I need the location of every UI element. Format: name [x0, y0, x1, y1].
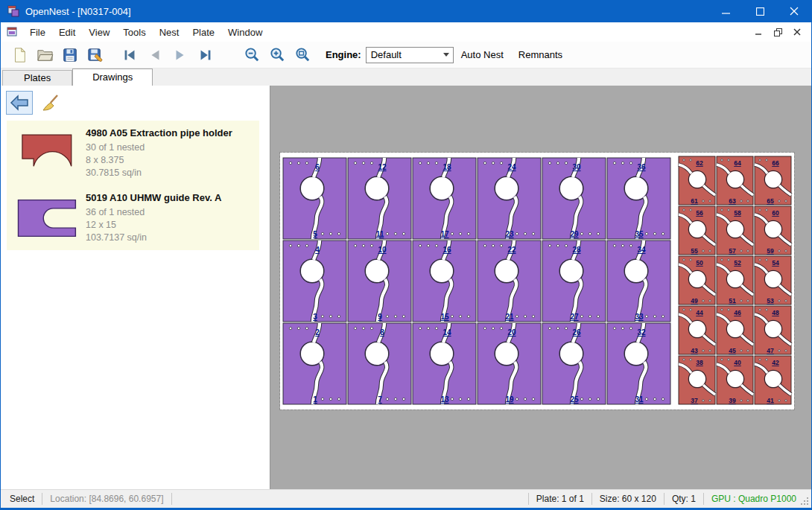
open-folder-icon [37, 46, 54, 63]
mdi-restore-button[interactable] [768, 25, 787, 39]
menu-window[interactable]: Window [221, 24, 269, 41]
nested-part-pair[interactable]: 4645 [717, 306, 753, 354]
clean-button[interactable] [37, 91, 64, 115]
save-button[interactable] [57, 44, 83, 66]
document-icon[interactable] [7, 26, 19, 38]
nested-part-pair[interactable]: 2625 [542, 323, 606, 404]
nested-part-pair[interactable]: 3433 [607, 240, 670, 322]
nested-part-pair[interactable]: 2221 [478, 240, 541, 322]
window-maximize-button[interactable] [743, 0, 777, 22]
svg-text:64: 64 [734, 159, 741, 167]
svg-text:47: 47 [767, 347, 774, 354]
panel-tab-strip: Plates Drawings [1, 68, 811, 86]
nested-parts-layout[interactable]: 6512111817242330293635431091615222128273… [281, 153, 793, 409]
mdi-minimize-button[interactable] [749, 25, 768, 39]
nested-part-pair[interactable]: 6665 [755, 156, 791, 205]
tab-plates[interactable]: Plates [2, 70, 72, 86]
open-button[interactable] [32, 44, 57, 66]
svg-text:45: 45 [729, 347, 736, 354]
back-button[interactable] [6, 91, 33, 115]
nested-part-pair[interactable]: 1615 [413, 240, 476, 322]
zoom-fit-button[interactable] [290, 44, 315, 66]
nested-part-pair[interactable]: 43 [283, 240, 346, 322]
nested-part-pair[interactable]: 5049 [679, 256, 715, 305]
next-arrow-icon [172, 47, 188, 63]
next-plate-button[interactable] [168, 44, 193, 66]
menu-edit[interactable]: Edit [52, 24, 82, 41]
window-close-button[interactable] [777, 0, 811, 22]
svg-text:2: 2 [315, 328, 320, 337]
nested-part-pair[interactable]: 3635 [607, 158, 670, 239]
drawing-item-1[interactable]: 4980 A05 Extraction pipe holder 30 of 1 … [7, 121, 259, 185]
mdi-close-button[interactable] [787, 25, 807, 39]
window-minimize-button[interactable] [708, 0, 743, 22]
first-plate-button[interactable] [117, 44, 142, 66]
nested-part-pair[interactable]: 1817 [413, 158, 476, 239]
zoom-in-button[interactable] [264, 44, 290, 66]
nested-part-pair[interactable]: 2827 [542, 240, 606, 322]
plate-sheet[interactable]: 6512111817242330293635431091615222128273… [280, 153, 794, 409]
nested-part-pair[interactable]: 3837 [679, 356, 715, 404]
nested-part-pair[interactable]: 6463 [717, 156, 753, 205]
svg-text:34: 34 [637, 246, 646, 254]
part-thumbnail-red [10, 125, 83, 179]
new-button[interactable] [7, 44, 32, 66]
svg-text:19: 19 [505, 395, 514, 404]
previous-plate-button[interactable] [142, 44, 168, 66]
auto-nest-button[interactable]: Auto Nest [454, 49, 511, 60]
drawings-list: 4980 A05 Extraction pipe holder 30 of 1 … [7, 121, 259, 250]
drawing-title: 5019 A10 UHMW guide Rev. A [86, 190, 221, 206]
nested-part-pair[interactable]: 6059 [755, 206, 791, 255]
svg-text:5: 5 [313, 230, 317, 238]
zoom-out-button[interactable] [239, 44, 264, 66]
nested-part-pair[interactable]: 87 [348, 323, 411, 404]
previous-arrow-icon [147, 47, 163, 63]
status-separator [528, 493, 529, 505]
status-location: Location: [84.8696, 60.6957] [47, 494, 166, 504]
broom-icon [42, 94, 60, 112]
svg-text:15: 15 [440, 313, 449, 321]
nested-part-pair[interactable]: 2019 [478, 323, 541, 404]
svg-text:57: 57 [729, 247, 736, 255]
remnants-button[interactable]: Remnants [511, 49, 570, 60]
svg-text:17: 17 [440, 230, 449, 238]
svg-text:26: 26 [572, 328, 581, 337]
svg-text:36: 36 [637, 163, 646, 171]
nest-canvas[interactable]: 6512111817242330293635431091615222128273… [270, 86, 811, 489]
nested-part-pair[interactable]: 3231 [607, 323, 670, 404]
save-as-button[interactable] [83, 44, 108, 66]
drawing-item-2[interactable]: 5019 A10 UHMW guide Rev. A 36 of 1 neste… [7, 185, 259, 250]
zoom-out-icon [244, 46, 261, 63]
status-gpu: GPU : Quadro P1000 [708, 494, 799, 504]
title-bar[interactable]: OpenNest - [N0317-004] [1, 0, 811, 22]
last-plate-button[interactable] [193, 44, 218, 66]
menu-file[interactable]: File [23, 24, 52, 41]
nested-part-pair[interactable]: 21 [283, 323, 346, 404]
nested-part-pair[interactable]: 4847 [755, 306, 791, 354]
nested-part-pair[interactable]: 109 [348, 240, 411, 322]
nested-part-pair[interactable]: 4443 [679, 306, 715, 354]
main-toolbar: Engine: Default Auto Nest Remnants [1, 42, 811, 68]
nested-part-pair[interactable]: 1211 [348, 158, 411, 239]
svg-text:51: 51 [729, 297, 736, 305]
menu-plate[interactable]: Plate [185, 24, 221, 41]
nested-part-pair[interactable]: 5655 [679, 206, 715, 255]
nested-part-pair[interactable]: 4039 [717, 356, 753, 404]
nested-part-pair[interactable]: 2423 [478, 158, 541, 239]
nested-part-pair[interactable]: 4241 [755, 356, 791, 404]
nested-part-pair[interactable]: 6261 [679, 156, 715, 205]
nested-part-pair[interactable]: 5857 [717, 206, 753, 255]
nested-part-pair[interactable]: 5453 [755, 256, 791, 305]
tab-drawings[interactable]: Drawings [72, 68, 153, 86]
menu-tools[interactable]: Tools [116, 24, 152, 41]
svg-text:4: 4 [315, 246, 320, 254]
nested-part-pair[interactable]: 1413 [413, 323, 476, 404]
svg-text:48: 48 [772, 309, 779, 316]
nested-part-pair[interactable]: 65 [283, 158, 346, 239]
menu-view[interactable]: View [82, 24, 116, 41]
nested-part-pair[interactable]: 3029 [542, 158, 606, 239]
resize-grip[interactable] [799, 490, 811, 508]
engine-select[interactable]: Default [366, 47, 454, 63]
menu-nest[interactable]: Nest [153, 24, 186, 41]
nested-part-pair[interactable]: 5251 [717, 256, 753, 305]
